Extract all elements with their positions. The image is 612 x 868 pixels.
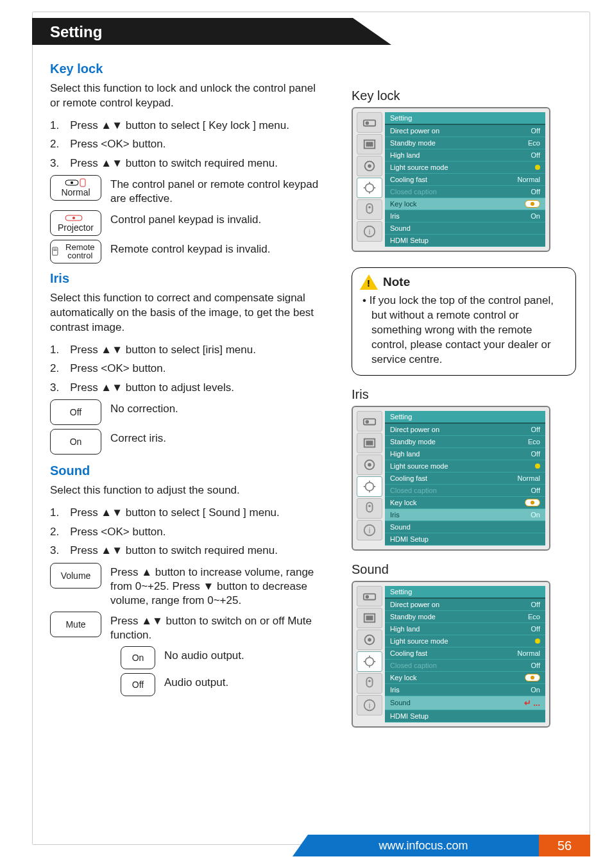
heading-sound: Sound [50,463,326,478]
svg-text:i: i [369,526,371,535]
svg-rect-30 [364,594,375,599]
osd-row: Light source mode [385,635,545,647]
osd-tab-icon [357,586,382,606]
svg-point-38 [368,680,371,682]
note-title: Note [383,275,410,289]
keylock-option-projector-row: Projector Control panel keypad is invali… [50,210,326,236]
footer: www.infocus.com 56 [32,835,590,856]
note-item-text: If you lock the top of the control panel… [370,294,554,365]
osd-row: HDMI Setup [385,710,545,722]
osd-tab-icon [357,476,382,497]
sound-option-volume-label: Volume [61,571,91,581]
keylock-step-1: 1. Press ▲▼ button to select [ Key lock … [50,117,326,134]
right-column: Key lock iSettingDirect power onOffStand… [352,58,576,739]
mute-sub-on-label: On [132,653,144,663]
keylock-option-projector: Projector [50,210,101,236]
osd-tab-icon: i [357,221,382,242]
svg-point-1 [71,181,73,184]
header-tab: Setting [32,18,353,45]
keylock-intro: Select this function to lock and unlock … [50,81,326,111]
svg-rect-33 [366,615,373,620]
osd-keylock: iSettingDirect power onOffStandby modeEc… [352,107,550,252]
right-iris-title: Iris [352,387,576,402]
iris-step-2: 2. Press <OK> button. [50,360,326,377]
osd-tab-icon [357,651,382,672]
sound-option-volume-row: Volume Press ▲ button to increase volume… [50,563,326,608]
mute-sub-on-row: On No audio output. [121,646,326,669]
keylock-option-remote-desc: Remote control keypad is invalid. [110,240,326,256]
mute-sub-on: On [121,646,155,669]
osd-row: HDMI Setup [385,533,545,546]
osd-row-label: HDMI Setup [390,712,429,720]
keylock-option-projector-desc: Control panel keypad is invalid. [110,210,326,227]
iris-option-off-row: Off No correction. [50,399,326,425]
osd-row: Cooling fastNormal [385,174,545,186]
svg-point-4 [72,217,75,219]
sound-intro: Select this function to adjust the sound… [50,483,326,498]
osd-row-label: Light source mode [390,163,448,171]
osd-row: Sound [385,521,545,533]
keylock-step-2: 2. Press <OK> button. [50,136,326,153]
osd-tab-icon [357,178,382,198]
svg-point-20 [366,420,370,424]
sound-step-1: 1. Press ▲▼ button to select [ Sound ] m… [50,505,326,521]
osd-row-label: Sound [390,224,411,232]
keylock-option-normal-desc: The control panel or remote control keyp… [110,175,326,206]
osd-row-label: Key lock [390,200,417,208]
osd-row: Sound [385,222,545,235]
keylock-step-3: 3. Press ▲▼ button to switch required me… [50,155,326,172]
osd-row: Key lock [385,497,545,509]
osd-iris: iSettingDirect power onOffStandby modeEc… [352,406,550,551]
osd-row-label: HDMI Setup [390,237,429,244]
sound-step-2: 2. Press <OK> button. [50,524,326,540]
osd-row-label: Sound [390,523,411,531]
osd-row-label: Standby mode [390,613,436,621]
keylock-option-projector-label: Projector [58,222,94,233]
keylock-option-normal-row: Normal The control panel or remote contr… [50,175,326,206]
note-item: • If you lock the top of the control pan… [360,294,568,367]
osd-row: Direct power onOff [385,125,545,137]
osd-tab-icon: i [357,695,382,715]
osd-row-label: Iris [390,686,400,694]
osd-row: IrisOn [385,509,545,521]
note-head: Note [360,274,568,290]
osd-row: Standby modeEco [385,436,545,448]
svg-point-31 [366,595,370,599]
osd-row-label: HDMI Setup [390,535,429,543]
mute-sub-off-row: Off Audio output. [121,673,326,696]
svg-point-16 [368,206,371,209]
svg-text:i: i [369,701,371,710]
osd-row: Cooling fastNormal [385,472,545,485]
keylock-option-remote-label: Remote control [61,243,99,260]
osd-tab-icon [357,433,382,453]
svg-point-24 [368,463,371,467]
iris-option-on-desc: Correct iris. [110,429,326,446]
left-column: Key lock Select this function to lock an… [50,58,326,739]
right-keylock-title: Key lock [352,88,576,103]
sound-option-volume-desc: Press ▲ button to increase volume, range… [110,563,326,608]
osd-tab-icon [357,673,382,694]
keylock-option-normal-label: Normal [61,187,90,197]
osd-row: IrisOn [385,210,545,222]
osd-row: High landOff [385,623,545,635]
osd-row: Direct power onOff [385,599,545,611]
keylock-option-normal: Normal [50,175,101,201]
osd-row-label: High land [390,625,420,633]
iris-option-off-desc: No correction. [110,399,326,416]
mute-sub-on-desc: No audio output. [164,646,326,663]
sound-option-volume: Volume [50,563,101,588]
iris-option-on-row: On Correct iris. [50,429,326,455]
osd-row: High landOff [385,448,545,460]
osd-row-label: Closed caption [390,487,437,494]
svg-point-36 [366,657,374,665]
osd-menu-title: Setting [385,112,545,125]
footer-url: www.infocus.com [308,835,539,856]
osd-row: Key lock [385,672,545,684]
mute-sub-off-label: Off [132,680,144,690]
svg-rect-8 [364,120,375,126]
osd-row-label: Direct power on [390,426,439,433]
osd-row: Sound↵ ... [385,696,545,710]
osd-row: Direct power onOff [385,424,545,436]
osd-row: High landOff [385,149,545,162]
osd-row-label: High land [390,450,420,458]
